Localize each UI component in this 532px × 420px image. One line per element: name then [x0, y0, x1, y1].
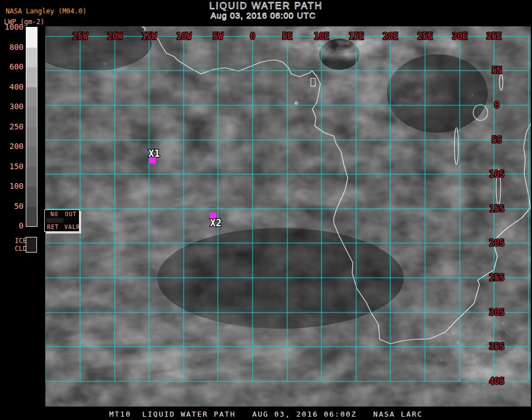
colorbar-tick: 600: [1, 62, 24, 71]
colorbar-tick: 200: [1, 142, 24, 151]
lat-label: 15S: [489, 204, 504, 214]
colorbar-tick: 150: [1, 162, 24, 171]
colorbar-tick: 1000: [1, 22, 24, 31]
footer-text: MT10 LIQUID WATER PATH AUG 03, 2016 06:0…: [0, 410, 532, 418]
flag-valr-label: VALR: [64, 224, 80, 230]
lon-label: 0: [250, 31, 255, 41]
lat-label: 0: [494, 100, 499, 110]
page: LIQUID WATER PATH Aug 03, 2016 06:00 UTC…: [0, 0, 532, 420]
lon-label: 35E: [486, 31, 501, 41]
lon-label: 10E: [314, 31, 329, 41]
colorbar-tick: 800: [1, 43, 24, 52]
lat-label: 30S: [489, 307, 504, 318]
lat-label: 5N: [492, 66, 502, 76]
page-subtitle: Aug 03, 2016 06:00 UTC: [211, 11, 316, 20]
ice-cloud-label: ICE CLD: [10, 237, 27, 253]
colorbar-tick: 100: [1, 181, 24, 190]
flag-no-label: NO: [50, 211, 58, 217]
lon-label: 5W: [213, 31, 223, 41]
flag-ret-label: RET: [47, 224, 59, 230]
lon-label: 5E: [282, 31, 292, 41]
lat-label: 10S: [489, 169, 504, 179]
colorbar-gradient: [26, 27, 38, 227]
lon-label: 25W: [72, 31, 88, 41]
colorbar-tick: 50: [1, 202, 24, 211]
lon-label: 20W: [107, 31, 123, 41]
lon-label: 15E: [348, 31, 363, 41]
lon-label: 25E: [417, 31, 432, 41]
lat-label: 35S: [489, 342, 504, 352]
flag-swatch: [46, 218, 63, 223]
flag-out-label: OUT: [65, 211, 77, 217]
marker-x2-label: X2: [210, 217, 221, 228]
lat-label: 25S: [489, 273, 504, 283]
lat-label: 20S: [489, 238, 504, 248]
colorbar-tick: 250: [1, 122, 24, 131]
lat-label: 5S: [492, 135, 502, 145]
lat-label: 40S: [489, 376, 504, 386]
lon-label: 15W: [141, 31, 157, 41]
lon-label: 10W: [176, 31, 192, 41]
colorbar-tick: 400: [1, 82, 24, 91]
cld-label: CLD: [15, 245, 27, 253]
flag-legend: NO OUT RET VALR: [44, 209, 80, 232]
colorbar-tick: 300: [1, 102, 24, 111]
page-title: LIQUID WATER PATH: [209, 1, 323, 11]
satellite-map: 25W 20W 15W 10W 5W 0 5E 10E 15E 20E 25E …: [45, 26, 531, 407]
ice-label: ICE: [15, 237, 27, 245]
colorbar-tick: 0: [1, 221, 24, 230]
map-base: [45, 26, 531, 407]
lon-label: 20E: [382, 31, 398, 41]
lon-label: 30E: [452, 31, 467, 41]
ice-cloud-swatch: [26, 237, 37, 253]
source-label: NASA Langley (M04.0): [6, 7, 87, 15]
